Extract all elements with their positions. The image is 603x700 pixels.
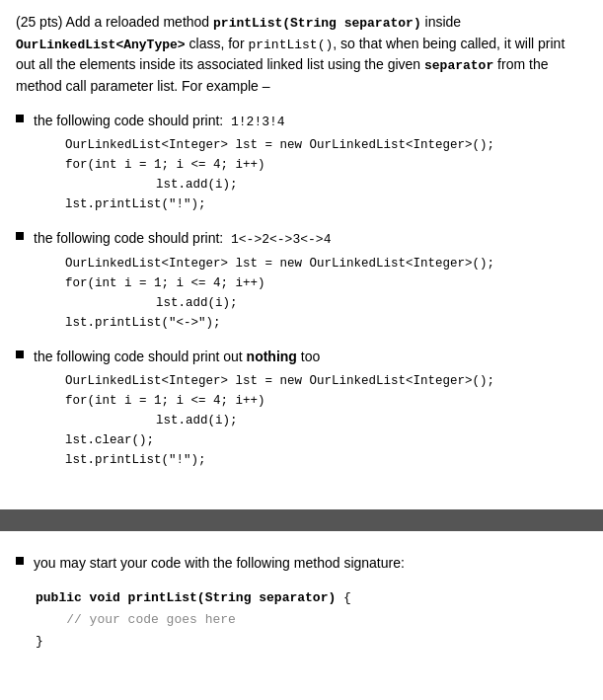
divider-bar [0, 509, 603, 531]
bullet-1-print-value: 1!2!3!4 [231, 115, 285, 129]
method-signature-block: public void printList(String separator) … [36, 587, 587, 653]
bottom-bullet-label: you may start your code with the followi… [34, 555, 405, 571]
bullet-2-prefix: the following code should print: [34, 230, 231, 246]
bullet-3-prefix: the following code should print out noth… [34, 349, 320, 364]
code-line-3-2: for(int i = 1; i <= 4; i++) [34, 391, 587, 411]
bullet-item-2: the following code should print: 1<->2<-… [16, 228, 587, 333]
code-line-1-3: lst.add(i); [34, 175, 587, 194]
bottom-bullet-text: you may start your code with the followi… [34, 553, 587, 574]
class-name-header: OurLinkedList<AnyType> [16, 38, 186, 52]
bullet-section-2: the following code should print: 1<->2<-… [16, 228, 587, 333]
bullet-1-prefix: the following code should print: [34, 113, 231, 128]
method-sig-bold: public void printList(String separator) [36, 590, 336, 605]
method-name-header: printList(String separator) [213, 16, 421, 31]
code-block-3: OurLinkedList<Integer> lst = new OurLink… [34, 371, 587, 470]
method-ref-header: printList() [248, 38, 333, 52]
desc-1: Add a reloaded method [66, 14, 213, 30]
bullet-section-1: the following code should print: 1!2!3!4… [16, 111, 587, 215]
method-sig-line-1: public void printList(String separator) … [36, 587, 587, 609]
code-line-1-1: OurLinkedList<Integer> lst = new OurLink… [34, 135, 587, 155]
bullet-icon-2 [16, 232, 24, 240]
bullet-2-print-value: 1<->2<->3<->4 [231, 232, 331, 247]
bullet-icon-1 [16, 115, 24, 122]
code-line-3-1: OurLinkedList<Integer> lst = new OurLink… [34, 371, 587, 391]
code-line-3-5: lst.printList("!"); [34, 450, 587, 470]
code-line-1-2: for(int i = 1; i <= 4; i++) [34, 155, 587, 175]
method-sig-line-3: } [36, 631, 587, 653]
desc-2: inside [421, 14, 461, 30]
code-line-2-4: lst.printList("<->"); [34, 313, 587, 333]
points-label: (25 pts) [16, 14, 62, 30]
desc-3: class, for [186, 36, 249, 51]
bottom-bullet-icon [16, 557, 24, 565]
code-line-2-1: OurLinkedList<Integer> lst = new OurLink… [34, 254, 587, 273]
code-line-2-2: for(int i = 1; i <= 4; i++) [34, 273, 587, 293]
code-block-1: OurLinkedList<Integer> lst = new OurLink… [34, 135, 587, 214]
bullet-item-1: the following code should print: 1!2!3!4… [16, 111, 587, 215]
bullet-text-1: the following code should print: 1!2!3!4… [34, 111, 587, 215]
bullet-text-3: the following code should print out noth… [34, 347, 587, 470]
code-block-2: OurLinkedList<Integer> lst = new OurLink… [34, 254, 587, 333]
main-content: (25 pts) Add a reloaded method printList… [0, 0, 603, 500]
separator-kw: separator [424, 58, 493, 73]
nothing-bold: nothing [247, 349, 297, 364]
code-line-2-3: lst.add(i); [34, 293, 587, 313]
bullet-section-3: the following code should print out noth… [16, 347, 587, 470]
bottom-bullet-item: you may start your code with the followi… [16, 553, 587, 574]
code-line-3-4: lst.clear(); [34, 430, 587, 450]
bullet-icon-3 [16, 350, 24, 358]
method-sig-line-2: // your code goes here [36, 609, 587, 631]
problem-statement: (25 pts) Add a reloaded method printList… [16, 12, 587, 97]
bullet-item-3: the following code should print out noth… [16, 347, 587, 470]
bullet-text-2: the following code should print: 1<->2<-… [34, 228, 587, 333]
bottom-section: you may start your code with the followi… [0, 541, 603, 668]
code-line-3-3: lst.add(i); [34, 411, 587, 430]
bottom-bullet-section: you may start your code with the followi… [16, 553, 587, 574]
code-line-1-4: lst.printList("!"); [34, 194, 587, 214]
